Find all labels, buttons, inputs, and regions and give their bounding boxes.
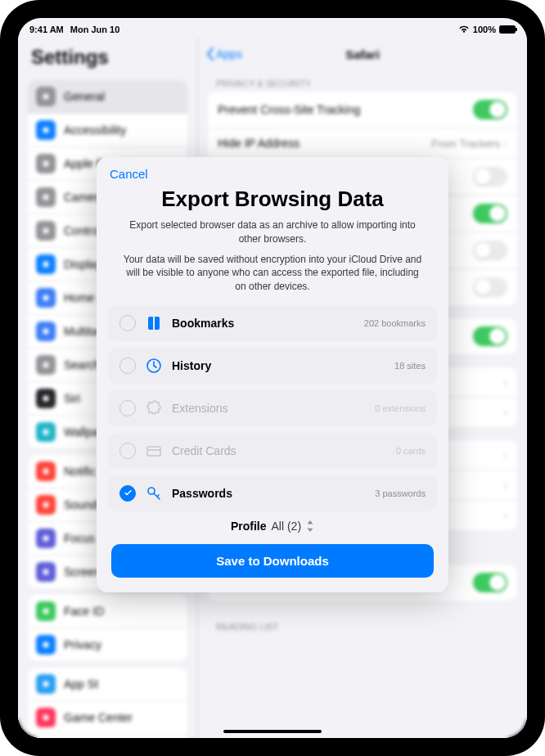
export-label: History	[172, 359, 211, 372]
radio-cards	[119, 443, 136, 459]
radio-history[interactable]	[119, 358, 136, 374]
export-label: Extensions	[172, 402, 227, 415]
profile-value: All (2)	[272, 520, 302, 533]
status-time: 9:41 AM	[29, 25, 64, 34]
clock-icon	[146, 358, 162, 374]
export-row-bookmarks[interactable]: Bookmarks202 bookmarks	[108, 305, 437, 341]
radio-extensions	[119, 400, 136, 416]
key-icon	[146, 485, 162, 502]
save-button[interactable]: Save to Downloads	[111, 544, 434, 578]
book-icon	[146, 315, 162, 331]
svg-rect-23	[147, 447, 160, 456]
export-count: 0 extensions	[375, 403, 426, 413]
battery-percent: 100%	[473, 25, 496, 34]
export-row-cards: Credit Cards0 cards	[108, 433, 437, 469]
export-row-history[interactable]: History18 sites	[108, 348, 437, 384]
cancel-button[interactable]: Cancel	[110, 167, 148, 181]
screen: 9:41 AM Mon Jun 10 100% Settings General…	[18, 18, 527, 738]
export-label: Credit Cards	[172, 444, 236, 457]
export-label: Bookmarks	[172, 317, 234, 330]
wifi-icon	[458, 25, 470, 34]
radio-passwords[interactable]	[119, 485, 136, 502]
status-bar: 9:41 AM Mon Jun 10 100%	[18, 18, 527, 38]
modal-desc-1: Export selected browser data as an archi…	[97, 212, 448, 246]
export-count: 0 cards	[396, 446, 426, 456]
radio-bookmarks[interactable]	[119, 315, 136, 331]
card-icon	[146, 443, 162, 459]
export-count: 202 bookmarks	[364, 318, 426, 328]
export-count: 3 passwords	[375, 488, 426, 498]
ipad-frame: 9:41 AM Mon Jun 10 100% Settings General…	[0, 0, 545, 756]
profile-label: Profile	[231, 520, 267, 533]
battery-icon	[499, 25, 516, 34]
modal-title: Export Browsing Data	[97, 187, 448, 212]
updown-icon	[306, 520, 314, 532]
profile-selector[interactable]: Profile All (2)	[97, 520, 448, 533]
home-indicator[interactable]	[223, 730, 322, 733]
export-count: 18 sites	[394, 361, 426, 371]
puzzle-icon	[146, 400, 162, 416]
export-row-passwords[interactable]: Passwords3 passwords	[108, 475, 437, 511]
export-row-extensions: Extensions0 extensions	[108, 390, 437, 426]
export-label: Passwords	[172, 487, 232, 500]
status-date: Mon Jun 10	[70, 25, 120, 34]
modal-desc-2: Your data will be saved without encrypti…	[97, 246, 448, 294]
export-modal: Cancel Export Browsing Data Export selec…	[97, 157, 448, 592]
